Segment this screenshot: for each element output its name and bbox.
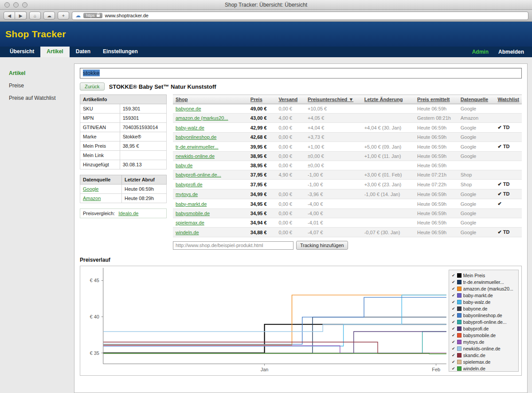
shop-table-header-preis[interactable]: Preis <box>248 95 276 104</box>
legend-color-swatch <box>457 280 462 284</box>
shop-link[interactable]: babyone.de <box>176 106 201 111</box>
price-difference-cell: -4,00 € <box>305 199 362 209</box>
datenquelle-source-link[interactable]: Amazon <box>83 196 101 201</box>
minimize-window-button[interactable] <box>13 2 19 8</box>
datenquelle-source-link[interactable]: Google <box>83 186 98 192</box>
shop-link[interactable]: spielemax.de <box>176 220 204 225</box>
shop-row-amazon-de-markus20: amazon.de (markus20...43,00 €4,00 €+4,05… <box>173 114 522 123</box>
legend-item-babyonlineshop-de[interactable]: ✔babyonlineshop.de <box>452 312 516 318</box>
watchlist-cell[interactable] <box>495 152 522 161</box>
back-to-list-button[interactable]: Zurück <box>80 83 105 90</box>
legend-item-babyprofi-online-de[interactable]: ✔babyprofi-online.de... <box>452 318 516 325</box>
shop-link[interactable]: baby.de <box>176 163 192 168</box>
tab-einstellungen[interactable]: Einstellungen <box>97 47 144 57</box>
shop-link[interactable]: babyprofi-online.de... <box>176 172 221 177</box>
tab-bersicht[interactable]: Übersicht <box>4 47 40 57</box>
watchlist-cell[interactable]: ✔ TD <box>495 189 522 199</box>
watchlist-cell[interactable] <box>495 218 522 228</box>
shop-link[interactable]: amazon.de (markus20... <box>176 115 228 121</box>
legend-item-newkids-online-de[interactable]: ✔newkids-online.de <box>452 345 516 352</box>
watchlist-cell[interactable] <box>495 161 522 170</box>
shop-link[interactable]: windeln.de <box>176 230 199 235</box>
watchlist-cell[interactable]: ✔ TD <box>495 180 522 189</box>
shop-row-baby-walz-de: baby-walz.de42,99 €0,00 €+4,04 €+4,04 € … <box>173 123 522 133</box>
watchlist-cell[interactable]: ✔ TD <box>495 142 522 152</box>
history-buttons: ◀ ▶ <box>4 12 27 20</box>
shop-link[interactable]: mytoys.de <box>176 192 198 197</box>
logout-link[interactable]: Abmelden <box>498 49 524 55</box>
shop-link[interactable]: tr-de.erwinmueller... <box>176 144 219 149</box>
shop-table-header-letzte-nderung[interactable]: Letzte Änderung <box>362 95 415 104</box>
close-window-button[interactable] <box>4 2 10 8</box>
shop-link[interactable]: baby-markt.de <box>176 201 207 207</box>
cloud-sync-button[interactable]: ☁ <box>43 12 55 20</box>
watchlist-cell[interactable]: ✔ TD <box>495 123 522 133</box>
artikelinfo-label: Marke <box>80 132 120 141</box>
legend-label: newkids-online.de <box>463 346 501 351</box>
price-difference-cell: -4,01 € <box>305 218 362 228</box>
watchlist-cell[interactable]: ✔ <box>495 199 522 209</box>
legend-item-mein-preis[interactable]: ✔Mein Preis <box>452 272 516 279</box>
window-controls <box>4 2 27 8</box>
shop-cell: baby-walz.de <box>173 123 248 133</box>
window-titlebar[interactable]: Shop Tracker: Übersicht: Übersicht <box>0 0 532 10</box>
shop-link[interactable]: newkids-online.de <box>176 153 215 159</box>
legend-item-amazon-de-markus20[interactable]: ✔amazon.de (markus20... <box>452 285 516 292</box>
legend-label: Mein Preis <box>463 273 485 278</box>
shop-table-header-shop[interactable]: Shop <box>173 95 248 104</box>
price-difference-cell: +4,05 € <box>305 114 362 123</box>
legend-item-baby-walz-de[interactable]: ✔baby-walz.de <box>452 299 516 305</box>
tab-artikel[interactable]: Artikel <box>40 47 69 57</box>
legend-item-skandic-de[interactable]: ✔skandic.de <box>452 352 516 358</box>
address-bar[interactable]: ☁ https www.shoptracker.de <box>72 12 528 20</box>
shop-table-header-datenquelle[interactable]: Datenquelle <box>458 95 495 104</box>
artikelinfo-row: MarkeStokke® <box>80 132 167 141</box>
shop-table-header-preis-ermittelt[interactable]: Preis ermittelt <box>415 95 458 104</box>
tracking-url-input[interactable] <box>173 241 293 250</box>
shop-table: ShopPreisVersandPreisunterschied ▼Letzte… <box>173 94 522 237</box>
back-button[interactable]: ◀ <box>4 12 15 20</box>
last-change-cell <box>362 209 415 218</box>
artikelinfo-row: Mein Link <box>80 151 167 160</box>
shop-table-header-preisunterschied[interactable]: Preisunterschied ▼ <box>305 95 362 104</box>
tab-daten[interactable]: Daten <box>70 47 97 57</box>
shop-link[interactable]: babyonlineshop.de <box>176 134 216 140</box>
legend-item-babyprofi-de[interactable]: ✔babyprofi.de <box>452 325 516 332</box>
watchlist-cell[interactable]: ✔ TD <box>495 228 522 237</box>
search-input[interactable]: stokke <box>80 68 522 79</box>
tracking-add-button[interactable]: Tracking hinzufügen <box>296 241 348 250</box>
shop-table-header-versand[interactable]: Versand <box>276 95 305 104</box>
legend-item-spielemax-de[interactable]: ✔spielemax.de <box>452 358 516 365</box>
admin-link[interactable]: Admin <box>472 49 489 55</box>
shop-table-header-watchlist[interactable]: Watchlist <box>495 95 522 104</box>
zoom-window-button[interactable] <box>22 2 27 8</box>
shop-link[interactable]: baby-walz.de <box>176 125 204 130</box>
price-cell: 43,00 € <box>248 114 276 123</box>
legend-item-babysmobile-de[interactable]: ✔babysmobile.de <box>452 332 516 338</box>
watchlist-cell[interactable] <box>495 133 522 142</box>
tracking-add-row: Tracking hinzufügen <box>173 241 522 250</box>
watchlist-cell[interactable] <box>495 104 522 114</box>
artikelinfo-value: 159301 <box>120 114 166 123</box>
sidebar-item-artikel[interactable]: Artikel <box>4 67 69 79</box>
legend-item-mytoys-de[interactable]: ✔mytoys.de <box>452 338 516 345</box>
home-button[interactable]: ⌂ <box>29 12 41 20</box>
watchlist-label: TD <box>502 125 510 130</box>
shop-link[interactable]: babysmobile.de <box>176 211 210 216</box>
sidebar-item-preise-auf-watchlist[interactable]: Preise auf Watchlist <box>4 92 69 104</box>
legend-item-tr-de-erwinmueller[interactable]: ✔tr-de.erwinmueller... <box>452 279 516 285</box>
legend-item-baby-markt-de[interactable]: ✔baby-markt.de <box>452 292 516 299</box>
last-change-cell: -0,07 € (30. Jan) <box>362 228 415 237</box>
legend-item-babyone-de[interactable]: ✔babyone.de <box>452 305 516 312</box>
shipping-cell: 0,00 € <box>276 161 305 170</box>
forward-button[interactable]: ▶ <box>15 12 27 20</box>
new-tab-button[interactable]: + <box>58 12 69 20</box>
shop-link[interactable]: babyprofi.de <box>176 182 203 187</box>
preisvergleich-link[interactable]: Idealo.de <box>118 211 138 216</box>
legend-item-windeln-de[interactable]: ✔windeln.de <box>452 365 516 372</box>
datenquelle-source-cell: Amazon <box>80 194 122 203</box>
sidebar-item-preise[interactable]: Preise <box>4 79 69 92</box>
watchlist-cell[interactable] <box>495 209 522 218</box>
watchlist-cell[interactable] <box>495 170 522 180</box>
watchlist-cell[interactable] <box>495 114 522 123</box>
